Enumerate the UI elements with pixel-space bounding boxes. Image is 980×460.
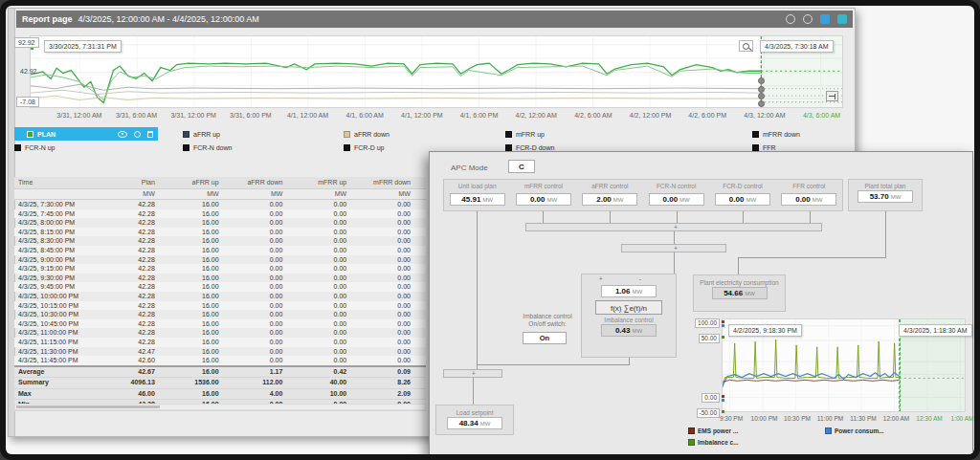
legend-item-plan-selected[interactable]: PLAN [14, 127, 158, 141]
mini-y-tick[interactable]: -50.00 [697, 408, 720, 418]
table-cell: 0.00 [298, 209, 362, 219]
mini-y-tick[interactable]: 100.00 [695, 318, 720, 328]
apc-input-value[interactable]: 2.00 MW [582, 193, 637, 206]
table-header-cell[interactable]: mFRR up [298, 177, 362, 188]
zoom-tool-button[interactable] [739, 40, 753, 52]
table-cell: 0.00 [234, 282, 299, 292]
y-axis-min-box[interactable]: -7.08 [16, 97, 39, 107]
table-row[interactable]: 4/3/25, 11:00:00 PM42.2816.000.000.000.0… [14, 328, 426, 338]
table-row[interactable]: 4/3/25, 9:45:00 PM42.2816.000.000.000.00 [14, 282, 426, 292]
series-plan [31, 63, 761, 102]
filter-icon[interactable] [820, 14, 830, 24]
table-row[interactable]: 4/3/25, 10:30:00 PM42.2816.000.000.000.0… [14, 310, 426, 319]
apc-mode-value[interactable]: C [508, 160, 535, 173]
imbalance-switch[interactable]: On [523, 332, 567, 344]
table-horizontal-scrollbar[interactable] [14, 404, 426, 410]
apc-input-value[interactable]: 0.00 MW [781, 193, 836, 206]
eye-icon[interactable] [118, 131, 127, 138]
cursor-handle-2[interactable] [758, 86, 765, 93]
axis-collapse-icon[interactable] [826, 91, 838, 101]
mini-legend-item[interactable]: EMS power ... [688, 427, 738, 434]
table-row[interactable]: 4/3/25, 11:15:00 PM42.2816.000.000.000.0… [14, 338, 426, 347]
table-header-cell[interactable]: Time [14, 177, 106, 188]
table-row[interactable]: 4/3/25, 11:30:00 PM42.4716.000.000.000.0… [14, 347, 426, 357]
mini-legend-item[interactable]: Imbalance c... [688, 439, 739, 446]
x-tick-label: 4/1, 6:00 AM [346, 112, 384, 119]
table-row[interactable]: 4/3/25, 7:45:00 PM42.2816.000.000.000.00 [14, 209, 426, 219]
table-units-cell [14, 189, 106, 199]
table-row[interactable]: 4/3/25, 10:00:00 PM42.2816.000.000.000.0… [14, 292, 426, 301]
table-header-cell[interactable]: Plan [106, 177, 170, 188]
table-footer-cell: 0.42 [298, 367, 362, 378]
apc-input-label: FCR-N control [643, 183, 709, 192]
table-row[interactable]: 4/3/25, 9:00:00 PM42.2816.000.000.000.00 [14, 255, 426, 265]
table-cell: 0.00 [362, 209, 426, 219]
table-row[interactable]: 4/3/25, 7:30:00 PM42.2816.000.000.000.00 [14, 200, 426, 209]
gear-icon[interactable] [134, 131, 141, 138]
scrollbar-thumb[interactable] [16, 405, 160, 408]
apc-input-value[interactable]: 0.00 MW [649, 193, 704, 206]
imbalance-value[interactable]: 0.43 MW [601, 324, 657, 337]
table-cell: 0.00 [234, 228, 299, 237]
legend-label: aFRR up [193, 131, 220, 138]
legend-item[interactable]: FCR-N up [14, 142, 56, 153]
mini-x-tick-label: 12:30 AM [916, 415, 942, 422]
table-cell: 0.00 [362, 347, 426, 357]
table-row[interactable]: 4/3/25, 8:00:00 PM42.2816.000.000.000.00 [14, 218, 426, 228]
table-cell: 0.00 [362, 292, 426, 301]
plant-total-plan-value[interactable]: 53.70 MW [858, 190, 913, 203]
mini-chart-plot[interactable]: 4/2/2025, 9:18:30 PM 4/3/2025, 1:18:30 A… [722, 318, 966, 412]
connector-to-load [477, 364, 630, 365]
plant-consumption-value[interactable]: 54.66 MW [712, 287, 768, 299]
table-cell: 42.28 [106, 328, 170, 338]
legend-label: mFRR up [516, 131, 545, 138]
y-axis-max-box[interactable]: 92.92 [14, 37, 39, 48]
table-row[interactable]: 4/3/25, 8:30:00 PM42.2816.000.000.000.00 [14, 236, 426, 246]
legend-item[interactable]: aFRR down [344, 128, 390, 140]
table-cell: 42.28 [106, 200, 170, 209]
apc-input-value[interactable]: 0.00 MW [715, 193, 770, 206]
report-chart-plot[interactable]: 3/30/2025, 7:31:31 PM 4/3/2025, 7:30:18 … [30, 35, 843, 108]
mini-y-tick[interactable]: 0.00 [702, 393, 720, 403]
table-cell: 16.00 [170, 246, 234, 255]
legend-item[interactable]: FCR-N down [183, 142, 232, 153]
legend-item[interactable]: FCR-D up [344, 142, 385, 153]
table-row[interactable]: 4/3/25, 10:15:00 PM42.2816.000.000.000.0… [14, 301, 426, 311]
history-icon[interactable] [803, 14, 813, 24]
mini-y-tick[interactable]: 50.00 [699, 334, 720, 343]
imbalance-sum-value[interactable]: 1.06 MW [601, 285, 657, 297]
visibility-icon[interactable] [786, 14, 795, 24]
sum-node-reserves: + [525, 223, 822, 231]
table-cell: 4/3/25, 11:45:00 PM [14, 356, 106, 365]
table-cell: 16.00 [170, 328, 234, 338]
table-cell: 0.00 [362, 255, 426, 265]
connector-fcrd [743, 211, 744, 223]
x-tick-label: 3/31, 6:00 AM [116, 112, 157, 119]
table-header-cell[interactable]: aFRR down [234, 177, 299, 188]
cursor-handle-4[interactable] [758, 100, 765, 107]
legend-item[interactable]: mFRR down [752, 128, 800, 140]
legend-item[interactable]: aFRR up [183, 128, 220, 140]
apc-input-value[interactable]: 0.00 MW [516, 193, 571, 206]
legend-item[interactable]: mFRR up [505, 128, 545, 140]
table-cell: 42.28 [106, 218, 170, 228]
mini-legend-item[interactable]: Power consum... [825, 427, 884, 434]
drag-handle-icon[interactable] [19, 130, 23, 138]
table-row[interactable]: 4/3/25, 8:15:00 PM42.2816.000.000.000.00 [14, 228, 426, 237]
table-row[interactable]: 4/3/25, 9:15:00 PM42.2816.000.000.000.00 [14, 264, 426, 274]
apc-input-value[interactable]: 45.91 MW [450, 193, 505, 206]
bookmark-icon[interactable] [837, 14, 847, 24]
table-cell: 0.00 [234, 264, 299, 274]
table-row[interactable]: 4/3/25, 8:45:00 PM42.2816.000.000.000.00 [14, 246, 426, 255]
table-header-cell[interactable]: aFRR up [170, 177, 234, 188]
table-row[interactable]: 4/3/25, 11:45:00 PM42.6016.000.000.000.0… [14, 356, 426, 365]
table-cell: 16.00 [170, 228, 234, 237]
table-header-cell[interactable]: mFRR down [362, 177, 426, 188]
table-row[interactable]: 4/3/25, 9:30:00 PM42.2816.000.000.000.00 [14, 274, 426, 283]
table-cell: 42.60 [106, 356, 170, 365]
load-setpoint-value[interactable]: 48.34 MW [447, 417, 502, 429]
table-row[interactable]: 4/3/25, 10:45:00 PM42.2816.000.000.000.0… [14, 319, 426, 329]
x-tick-label: 4/3, 6:00 AM [803, 112, 840, 119]
axis-series-marker [722, 324, 724, 327]
trash-icon[interactable] [147, 131, 153, 138]
